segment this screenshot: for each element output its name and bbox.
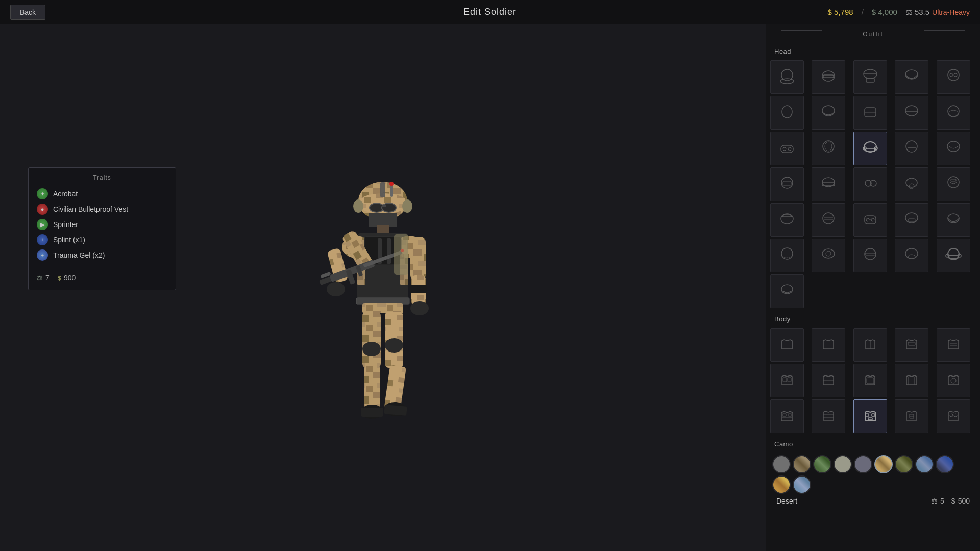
head-item-0[interactable] xyxy=(770,60,804,94)
camo-option-10[interactable] xyxy=(793,475,811,494)
head-item-6[interactable] xyxy=(812,96,845,130)
head-item-4[interactable] xyxy=(937,60,970,94)
body-item-9[interactable] xyxy=(937,364,970,397)
head-item-30[interactable] xyxy=(770,274,804,308)
trait-icon-splint: + xyxy=(37,234,48,245)
svg-rect-126 xyxy=(783,378,787,382)
svg-rect-32 xyxy=(410,237,426,280)
head-item-3[interactable] xyxy=(895,60,928,94)
head-item-1[interactable] xyxy=(812,60,845,94)
traits-footer: ⚖ 7 $ 900 xyxy=(37,269,167,282)
svg-point-93 xyxy=(906,178,917,187)
svg-rect-46 xyxy=(362,312,381,368)
camo-option-2[interactable] xyxy=(813,455,831,473)
svg-rect-26 xyxy=(387,238,391,264)
camo-option-7[interactable] xyxy=(915,455,934,473)
head-item-15[interactable] xyxy=(770,167,804,201)
svg-point-94 xyxy=(909,184,914,189)
svg-point-98 xyxy=(823,213,834,224)
trait-item-vest[interactable]: ● Civilian Bulletproof Vest xyxy=(37,202,167,217)
body-item-5[interactable] xyxy=(770,364,804,397)
svg-point-114 xyxy=(908,255,915,259)
head-item-19[interactable] xyxy=(937,167,970,201)
svg-point-68 xyxy=(822,106,835,116)
body-item-7[interactable] xyxy=(853,364,887,397)
body-item-6[interactable] xyxy=(812,364,845,397)
svg-rect-127 xyxy=(788,378,791,382)
trait-icon-sprinter: ▶ xyxy=(37,219,48,230)
camo-option-9[interactable] xyxy=(772,475,791,494)
body-item-10[interactable] xyxy=(770,399,804,433)
body-item-13[interactable] xyxy=(895,399,928,433)
head-item-25[interactable] xyxy=(770,239,804,272)
camo-option-8[interactable] xyxy=(936,455,954,473)
head-item-12[interactable] xyxy=(853,132,887,165)
head-item-14[interactable] xyxy=(937,132,970,165)
body-item-2[interactable] xyxy=(853,328,887,362)
svg-point-105 xyxy=(905,213,918,223)
head-item-24[interactable] xyxy=(937,203,970,237)
svg-point-111 xyxy=(865,248,876,260)
svg-rect-134 xyxy=(788,414,792,416)
body-item-11[interactable] xyxy=(812,399,845,433)
svg-rect-34 xyxy=(410,285,427,293)
head-item-5[interactable] xyxy=(770,96,804,130)
head-item-16[interactable] xyxy=(812,167,845,201)
head-item-28[interactable] xyxy=(895,239,928,272)
camo-section: Desert ⚖ 5 $ 500 xyxy=(766,451,980,511)
main-area: Traits ✦ Acrobat ● Civilian Bulletproof … xyxy=(0,24,980,551)
head-item-20[interactable] xyxy=(770,203,804,237)
svg-rect-14 xyxy=(382,205,386,207)
camo-option-6[interactable] xyxy=(895,455,913,473)
head-item-23[interactable] xyxy=(895,203,928,237)
body-item-8[interactable] xyxy=(895,364,928,397)
svg-point-35 xyxy=(327,282,345,296)
head-item-11[interactable] xyxy=(812,132,845,165)
head-item-2[interactable] xyxy=(853,60,887,94)
trait-item-sprinter[interactable]: ▶ Sprinter xyxy=(37,217,167,232)
trait-label-sprinter: Sprinter xyxy=(53,220,78,229)
head-item-22[interactable] xyxy=(853,203,887,237)
svg-point-48 xyxy=(362,342,381,356)
trait-item-trauma[interactable]: + Trauma Gel (x2) xyxy=(37,247,167,263)
traits-title: Traits xyxy=(37,174,167,181)
body-item-3[interactable] xyxy=(895,328,928,362)
body-items-grid xyxy=(766,326,980,435)
head-item-9[interactable] xyxy=(937,96,970,130)
head-item-13[interactable] xyxy=(895,132,928,165)
camo-option-1[interactable] xyxy=(793,455,811,473)
svg-point-57 xyxy=(780,79,794,84)
outfit-header: Outfit xyxy=(766,24,980,42)
svg-point-132 xyxy=(951,378,956,383)
head-item-10[interactable] xyxy=(770,132,804,165)
camo-option-5[interactable] xyxy=(874,455,893,473)
body-item-14[interactable] xyxy=(937,399,970,433)
head-item-8[interactable] xyxy=(895,96,928,130)
body-item-12[interactable] xyxy=(853,399,887,433)
head-item-7[interactable] xyxy=(853,96,887,130)
money-limit: $ 4,000 xyxy=(872,8,897,16)
head-item-27[interactable] xyxy=(853,239,887,272)
trait-icon-vest: ● xyxy=(37,204,48,215)
svg-point-79 xyxy=(825,142,832,151)
trait-item-splint[interactable]: + Splint (x1) xyxy=(37,232,167,247)
head-item-17[interactable] xyxy=(853,167,887,201)
head-item-21[interactable] xyxy=(812,203,845,237)
trait-item-acrobat[interactable]: ✦ Acrobat xyxy=(37,186,167,202)
head-item-29[interactable] xyxy=(937,239,970,272)
svg-rect-15 xyxy=(390,184,393,197)
camo-option-4[interactable] xyxy=(854,455,872,473)
head-item-26[interactable] xyxy=(812,239,845,272)
trait-label-trauma: Trauma Gel (x2) xyxy=(53,251,105,259)
body-item-0[interactable] xyxy=(770,328,804,362)
head-item-18[interactable] xyxy=(895,167,928,201)
svg-point-143 xyxy=(954,414,957,417)
page-title: Edit Soldier xyxy=(463,7,517,17)
camo-option-3[interactable] xyxy=(834,455,852,473)
back-button[interactable]: Back xyxy=(10,5,45,20)
body-item-4[interactable] xyxy=(937,328,970,362)
dollar-icon: $ xyxy=(58,274,61,282)
camo-option-0[interactable] xyxy=(772,455,791,473)
svg-point-58 xyxy=(822,71,835,81)
body-item-1[interactable] xyxy=(812,328,845,362)
